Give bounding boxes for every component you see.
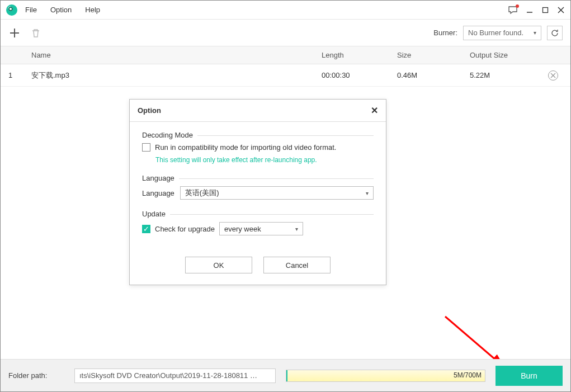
feedback-icon[interactable] [508, 6, 518, 15]
minimize-button[interactable] [526, 6, 534, 14]
delete-button[interactable] [30, 27, 42, 39]
row-size: 0.46M [397, 71, 470, 79]
burner-value: No Burner found. [468, 29, 523, 37]
remove-row-button[interactable] [548, 70, 558, 81]
burner-label: Burner: [433, 29, 457, 37]
fieldset-update: Update ✓ Check for upgrade every week ▾ [142, 210, 374, 235]
header-size: Size [397, 51, 470, 59]
add-button[interactable] [8, 27, 21, 39]
folder-path-label: Folder path: [8, 371, 64, 380]
menu-help[interactable]: Help [85, 6, 100, 14]
dialog-header: Option ✕ [130, 100, 386, 122]
close-button[interactable] [557, 6, 565, 14]
chevron-down-icon: ▾ [295, 226, 298, 232]
update-section-label: Update [142, 210, 170, 218]
fieldset-language: Language Language 英语(美国) ▾ [142, 174, 374, 200]
compat-hint: This setting will only take effect after… [155, 156, 374, 164]
toolbar: Burner: No Burner found. ▾ [1, 20, 570, 46]
bottombar: Folder path: ıts\iSkysoft DVD Creator\Ou… [1, 359, 570, 391]
burner-select[interactable]: No Burner found. ▾ [463, 26, 541, 40]
option-dialog: Option ✕ Decoding Mode Run in compatibil… [129, 99, 386, 285]
check-upgrade-label: Check for upgrade [155, 225, 215, 233]
language-select[interactable]: 英语(美国) ▾ [180, 186, 374, 200]
compat-mode-label: Run in compatibility mode for importing … [155, 143, 336, 152]
compat-mode-checkbox[interactable] [142, 143, 150, 152]
dialog-title: Option [138, 106, 161, 115]
fieldset-decoding-mode: Decoding Mode Run in compatibility mode … [142, 131, 374, 164]
folder-path-field[interactable]: ıts\iSkysoft DVD Creator\Output\2019-11-… [74, 369, 276, 383]
header-length: Length [322, 51, 397, 59]
row-length: 00:00:30 [322, 71, 397, 79]
row-index: 1 [1, 71, 31, 79]
upgrade-frequency-select[interactable]: every week ▾ [219, 222, 303, 235]
header-name: Name [31, 51, 322, 59]
dialog-close-button[interactable]: ✕ [371, 105, 378, 116]
ok-button[interactable]: OK [185, 257, 252, 273]
progress-text: 5M/700M [454, 371, 482, 379]
check-upgrade-checkbox[interactable]: ✓ [142, 225, 150, 233]
folder-path-value: ıts\iSkysoft DVD Creator\Output\2019-11-… [79, 371, 257, 380]
table-row[interactable]: 1 安下载.mp3 00:00:30 0.46M 5.22M [1, 64, 570, 87]
row-output-size: 5.22M [470, 71, 548, 79]
decoding-mode-label: Decoding Mode [142, 131, 197, 139]
upgrade-frequency-value: every week [224, 225, 261, 233]
language-label: Language [142, 189, 174, 197]
chevron-down-icon: ▾ [366, 190, 369, 196]
menu-file[interactable]: File [25, 6, 37, 14]
app-logo-icon [6, 4, 17, 16]
notification-dot-icon [516, 4, 519, 8]
svg-rect-1 [543, 7, 548, 12]
progress-fill [286, 370, 287, 381]
header-output-size: Output Size [470, 51, 548, 59]
burn-button[interactable]: Burn [496, 366, 563, 386]
refresh-button[interactable] [547, 26, 563, 40]
progress-bar: 5M/700M [286, 370, 485, 382]
titlebar: File Option Help [1, 1, 570, 20]
menu-option[interactable]: Option [50, 6, 72, 14]
chevron-down-icon: ▾ [534, 30, 536, 36]
table-header: Name Length Size Output Size [1, 46, 570, 64]
row-name: 安下载.mp3 [31, 70, 322, 81]
language-value: 英语(美国) [185, 188, 219, 198]
maximize-button[interactable] [541, 6, 549, 14]
cancel-button[interactable]: Cancel [263, 257, 331, 273]
language-section-label: Language [142, 174, 179, 182]
